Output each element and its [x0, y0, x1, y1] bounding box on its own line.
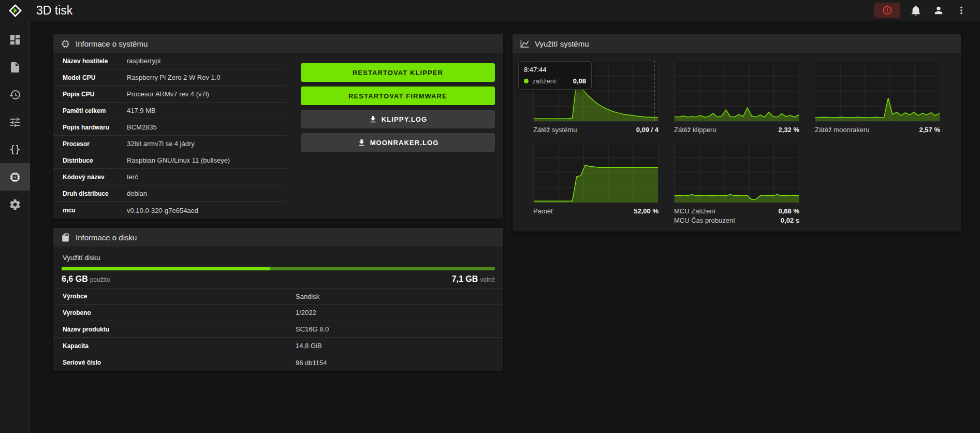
sd-card-icon — [61, 233, 70, 242]
info-value: 417,9 MB — [127, 107, 156, 114]
sparkline-pam[interactable] — [533, 142, 659, 203]
chart-value: 52,00 % — [634, 207, 659, 215]
disk-usage-title: Využití disku — [53, 254, 503, 262]
info-label: Procesor — [53, 140, 127, 148]
system-info-table: Název hostiteleraspberrypiModel CPURaspb… — [53, 53, 287, 219]
info-label: Vyrobeno — [53, 309, 296, 316]
sparkline-z-t-syst-mu[interactable]: 8:47:44zatížení:0,08 — [533, 61, 659, 122]
disk-info-header: Informace o disku — [53, 228, 503, 247]
disk-used-segment — [62, 267, 270, 270]
info-label: Popis CPU — [53, 91, 127, 98]
chip-icon — [61, 39, 70, 49]
sparkline-z-t-moonrakeru[interactable] — [815, 61, 940, 122]
chart-value: 0,68 % — [779, 207, 799, 215]
chart-label: MCU Zatížení — [674, 207, 715, 215]
sidebar-item-tune[interactable] — [0, 108, 30, 136]
system-usage-header: Využití systému — [513, 34, 961, 53]
card-title: Informace o systému — [76, 39, 148, 48]
emergency-stop-button[interactable] — [874, 3, 900, 18]
chart-cell-z-t-moonrakeru: Zátěž moonrakeru2,57 % — [815, 61, 940, 134]
disk-free-suffix: volné — [480, 276, 495, 283]
disk-free-value: 7,1 GB — [452, 275, 478, 283]
bell-icon — [910, 5, 922, 16]
sidebar-item-console[interactable] — [0, 53, 30, 81]
chart-label: Zátěž klipperu — [674, 126, 716, 134]
disk-used-value: 6,6 GB — [62, 275, 88, 283]
chart-cell-z-t-syst-mu: 8:47:44zatížení:0,08Zátěž systému0,09 / … — [533, 61, 659, 134]
info-row: Název produktuSC16G 8.0 — [53, 321, 503, 338]
page-title: 3D tisk — [36, 4, 72, 18]
chart-value: 2,57 % — [919, 126, 940, 134]
notifications-button[interactable] — [904, 0, 927, 21]
tooltip-series-label: zatížení: — [532, 77, 558, 85]
info-label: Seriové číslo — [53, 359, 296, 366]
sparkline-z-t-klipperu[interactable] — [674, 61, 799, 122]
kebab-icon — [956, 5, 967, 16]
topbar: 3D tisk — [0, 0, 980, 21]
kebab-menu-button[interactable] — [950, 0, 973, 21]
mainsail-logo-icon — [8, 4, 22, 18]
chart-cell-z-t-klipperu: Zátěž klipperu2,32 % — [674, 61, 799, 134]
download-icon — [357, 138, 366, 147]
disk-info-card: Informace o disku Využití disku 6,6 GBpo… — [53, 228, 503, 371]
info-row: mcuv0.10.0-320-g7e654aed — [53, 202, 287, 219]
info-value: raspberrypi — [127, 57, 160, 65]
info-label: Název hostitele — [53, 57, 127, 65]
main-content: Informace o systému Název hostiteleraspb… — [30, 21, 980, 433]
alert-icon — [882, 5, 893, 16]
card-title: Informace o disku — [76, 233, 137, 242]
sparkline-mcu-zat-en[interactable] — [674, 142, 799, 203]
disk-used-suffix: použito — [90, 276, 110, 283]
sidebar — [0, 21, 30, 433]
info-row: Model CPURaspberry Pi Zero 2 W Rev 1.0 — [53, 69, 287, 86]
moonraker-log-button[interactable]: MOONRAKER.LOG — [301, 133, 495, 152]
system-actions: RESTARTOVAT KLIPPERRESTARTOVAT FIRMWAREK… — [287, 53, 503, 219]
sidebar-item-history[interactable] — [0, 81, 30, 108]
sidebar-item-settings[interactable] — [0, 191, 30, 218]
chart-label: Paměť — [533, 207, 553, 215]
chip-icon — [9, 171, 21, 183]
info-value: Raspbian GNU/Linux 11 (bullseye) — [127, 156, 230, 164]
info-label: mcu — [53, 207, 127, 214]
klippy-log-button[interactable]: KLIPPY.LOG — [301, 110, 495, 128]
info-value: 32bit armv7l se 4 jádry — [127, 140, 195, 148]
info-row: Kapacita14,8 GiB — [53, 338, 503, 354]
alert-icon — [882, 5, 893, 16]
restartovat-firmware-button[interactable]: RESTARTOVAT FIRMWARE — [301, 86, 495, 105]
disk-used-text: 6,6 GBpoužito — [62, 275, 110, 284]
history-icon — [9, 89, 21, 101]
download-icon — [369, 115, 377, 124]
chart-line-icon — [520, 39, 530, 49]
info-row: Paměti celkem417,9 MB — [53, 103, 287, 119]
info-value: SC16G 8.0 — [296, 325, 329, 333]
sparkline-grid: 8:47:44zatížení:0,08Zátěž systému0,09 / … — [513, 53, 961, 232]
chart-label: Zátěž systému — [533, 126, 577, 134]
bell-icon — [910, 5, 922, 16]
chart-value: 2,32 % — [779, 126, 799, 134]
info-row: VýrobceSandisk — [53, 288, 503, 305]
info-row: Název hostiteleraspberrypi — [53, 53, 287, 69]
info-label: Popis hardwaru — [53, 124, 127, 131]
card-title: Využití systému — [535, 39, 589, 48]
sidebar-item-dashboard[interactable] — [0, 26, 30, 53]
info-row: Popis hardwaruBCM2835 — [53, 119, 287, 136]
info-value: 1/2022 — [296, 309, 316, 316]
account-icon — [933, 5, 944, 16]
chart-cell-pam: Paměť52,00 % — [533, 142, 659, 224]
sidebar-item-configuration[interactable] — [0, 136, 30, 163]
account-button[interactable] — [927, 0, 950, 21]
info-label: Výrobce — [53, 293, 296, 300]
button-label: KLIPPY.LOG — [382, 116, 427, 123]
info-row: DistribuceRaspbian GNU/Linux 11 (bullsey… — [53, 152, 287, 169]
disk-info-table: VýrobceSandiskVyrobeno1/2022Název produk… — [53, 288, 503, 371]
chart-label: Zátěž moonrakeru — [815, 126, 870, 134]
info-row: Seriové číslo96 db1154 — [53, 354, 503, 371]
app-logo[interactable] — [0, 4, 30, 18]
file-document-icon — [9, 61, 21, 74]
info-label: Druh distribuce — [53, 190, 127, 197]
sidebar-item-machine[interactable] — [0, 163, 30, 191]
button-label: MOONRAKER.LOG — [370, 139, 439, 147]
restartovat-klipper-button[interactable]: RESTARTOVAT KLIPPER — [301, 63, 495, 82]
info-value: Sandisk — [296, 293, 319, 300]
disk-usage-bar — [62, 267, 495, 270]
